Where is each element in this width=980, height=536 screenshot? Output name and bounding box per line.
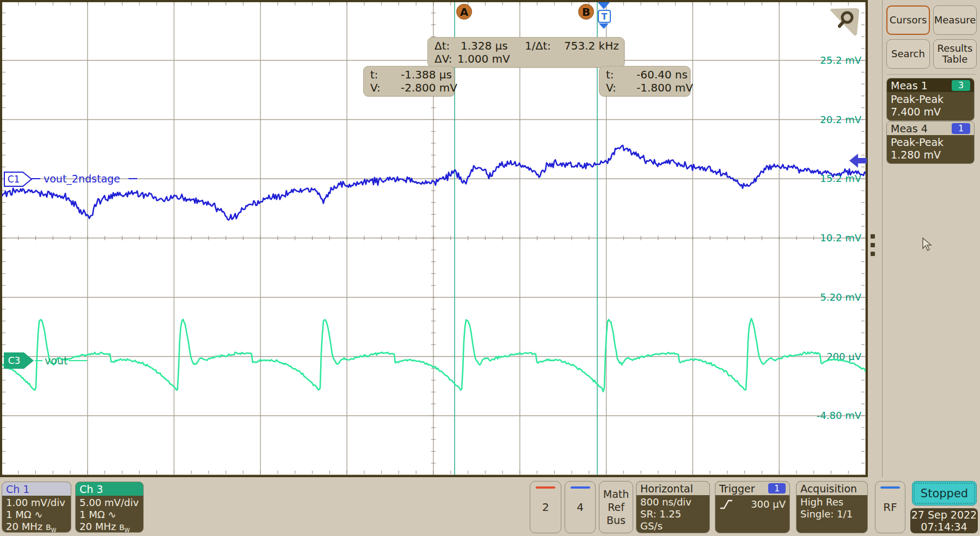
panel-section-divider: [886, 74, 977, 75]
cursor-b-readout[interactable]: t: -60.40 ns V: -1.800 mV: [599, 66, 690, 96]
datetime-display: 27 Sep 2022 07:14:34: [910, 508, 978, 533]
cursor-b-v-value: -1.800 mV: [636, 81, 693, 94]
axis-label: -4.80 mV: [817, 410, 862, 421]
cursor-a-marker[interactable]: A: [456, 4, 472, 20]
channel-4-button[interactable]: 4: [565, 481, 596, 533]
axis-label: 25.2 mV: [820, 54, 861, 66]
horizontal-sample-rate: SR: 1.25 GS/s: [640, 508, 706, 532]
cursor-a-t-value: -1.388 µs: [401, 68, 452, 81]
meas-1-card[interactable]: Meas 1 3 Peak-Peak 7.400 mV: [886, 78, 975, 121]
date-text: 27 Sep 2022: [911, 509, 977, 521]
search-button[interactable]: Search: [886, 39, 930, 69]
inv-dt-label: 1/Δt:: [525, 39, 560, 52]
channel-2-button[interactable]: 2: [530, 481, 561, 533]
cursor-a-v-label: V:: [370, 81, 393, 94]
inv-dt-value: 753.2 kHz: [564, 39, 619, 52]
math-ref-bus-button[interactable]: Math Ref Bus: [599, 481, 633, 533]
channel-3-badge[interactable]: Ch 3 5.00 mV/div 1 MΩ ∿ 20 MHz BW: [75, 482, 144, 533]
cursor-a-t-label: t:: [370, 68, 393, 81]
horizontal-badge[interactable]: Horizontal 800 ns/div SR: 1.25 GS/s RL: …: [636, 481, 710, 533]
horizontal-scale: 800 ns/div: [640, 496, 706, 508]
results-table-button[interactable]: Results Table: [933, 39, 977, 69]
dt-value: 1.328 µs: [461, 39, 520, 52]
dv-value: 1.000 mV: [457, 52, 617, 65]
svg-text:C1: C1: [8, 174, 20, 185]
ch2-color-line: [536, 486, 555, 489]
channel-3-leader-line: [35, 360, 42, 361]
cursor-b-v-label: V:: [606, 81, 629, 94]
cursor-b-marker[interactable]: B: [578, 4, 594, 20]
dv-label: ΔV:: [434, 52, 456, 65]
meas-4-type: Peak-Peak: [891, 136, 970, 149]
zoom-corner-button[interactable]: [829, 4, 863, 37]
trigger-position-icon[interactable]: [598, 2, 610, 9]
panel-drag-handle[interactable]: [871, 234, 876, 260]
ch3-bandwidth: 20 MHz: [79, 521, 116, 532]
ch1-bw-limit-icon: BW: [46, 523, 57, 532]
trigger-level: 300 µV: [751, 498, 786, 510]
rf-button[interactable]: RF: [875, 481, 905, 533]
trigger-flag-tail-icon: [599, 23, 609, 29]
ch1-bandwidth: 20 MHz: [6, 521, 42, 532]
rf-color-line: [880, 486, 900, 489]
meas-4-card[interactable]: Meas 4 1 Peak-Peak 1.280 mV: [886, 121, 975, 164]
meas-1-type: Peak-Peak: [891, 93, 970, 106]
svg-text:C3: C3: [8, 355, 21, 366]
axis-label: 10.2 mV: [820, 232, 861, 243]
cursors-button[interactable]: Cursors: [886, 5, 930, 35]
trigger-badge[interactable]: Trigger 1 300 µV: [715, 481, 790, 533]
waveform-display[interactable]: 25.2 mV20.2 mV15.2 mV10.2 mV5.20 mV200 µ…: [0, 0, 868, 477]
acquisition-mode: High Res: [800, 496, 863, 508]
ch3-coupling: 1 MΩ ∿: [79, 509, 139, 521]
cursor-a-v-value: -2.800 mV: [401, 81, 457, 94]
cursor-a-readout[interactable]: t: -1.388 µs V: -2.800 mV: [363, 66, 455, 96]
cursor-b-t-label: t:: [606, 68, 629, 81]
ch3-scale: 5.00 mV/div: [79, 497, 139, 509]
meas-4-value: 1.280 mV: [891, 149, 970, 161]
channel-3-leader-line2: [69, 360, 87, 361]
channel-3-label[interactable]: vout: [45, 355, 68, 367]
meas-4-title: Meas 4: [891, 123, 928, 135]
acquisition-single: Single: 1/1: [800, 508, 863, 520]
oscilloscope-screen: 25.2 mV20.2 mV15.2 mV10.2 mV5.20 mV200 µ…: [0, 0, 980, 536]
ch4-color-line: [571, 486, 590, 489]
mouse-pointer: [922, 237, 933, 252]
channel-1-leader-line: [32, 178, 40, 179]
cursor-delta-readout[interactable]: Δt: 1.328 µs 1/Δt: 753.2 kHz ΔV: 1.000 m…: [427, 37, 624, 68]
channel-1-leader-line2: [128, 178, 137, 179]
trigger-slope-rising-icon: [719, 498, 733, 510]
ch3-title: Ch 3: [79, 483, 103, 495]
ch1-title: Ch 1: [6, 483, 29, 495]
meas-1-title: Meas 1: [891, 80, 928, 92]
axis-label: 20.2 mV: [820, 114, 861, 125]
panel-divider: [882, 0, 883, 477]
bottom-toolbar: Ch 1 1.00 mV/div 1 MΩ ∿ 20 MHz BW Ch 3 5…: [0, 477, 980, 536]
acquisition-status-button[interactable]: Stopped: [912, 481, 977, 505]
meas-1-value: 7.400 mV: [891, 106, 970, 118]
cursor-b-t-value: -60.40 ns: [636, 68, 688, 81]
channel-1-position-arrow[interactable]: [849, 153, 867, 169]
trigger-flag[interactable]: T: [598, 10, 611, 23]
channel-1-badge[interactable]: Ch 1 1.00 mV/div 1 MΩ ∿ 20 MHz BW: [2, 482, 71, 533]
horizontal-record-length: RL: 10 kpts: [640, 532, 706, 533]
axis-label: 5.20 mV: [820, 291, 861, 303]
measure-button[interactable]: Measure: [933, 5, 977, 35]
acquisition-title: Acquisition: [800, 483, 857, 495]
ch1-scale: 1.00 mV/div: [6, 497, 67, 509]
horizontal-title: Horizontal: [640, 483, 693, 495]
ch3-bw-limit-icon: BW: [119, 523, 130, 532]
meas-4-source-badge: 1: [952, 123, 970, 134]
channel-3-tag[interactable]: C3: [3, 352, 35, 369]
trigger-source-badge: 1: [768, 483, 786, 494]
acquisition-badge[interactable]: Acquisition High Res Single: 1/1: [796, 481, 868, 533]
ch1-coupling: 1 MΩ ∿: [6, 509, 67, 521]
trigger-title: Trigger: [719, 483, 755, 495]
dt-label: Δt:: [434, 39, 456, 52]
channel-1-tag[interactable]: C1: [3, 171, 33, 187]
meas-1-source-badge: 3: [952, 80, 970, 91]
channel-1-label[interactable]: vout_2ndstage: [44, 173, 120, 185]
time-text: 07:14:34: [921, 521, 967, 533]
